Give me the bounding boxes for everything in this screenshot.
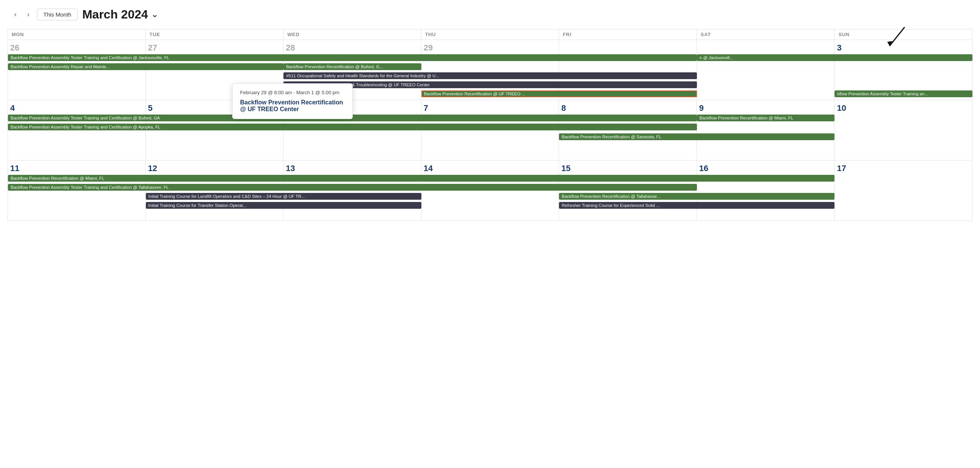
day-number: 14 [424,163,557,173]
event-backflow-apopka[interactable]: Backflow Prevention Assembly Tester Trai… [8,124,697,130]
day-cell-15: 15 [559,160,697,221]
day-number: 15 [561,163,694,173]
day-number: 3 [837,43,970,53]
day-cell-feb26: 26 [8,40,146,100]
day-header-sat: SAT [697,29,835,40]
day-number: 28 [286,43,419,53]
day-header-mon: MON [8,29,146,40]
day-number: 7 [424,103,557,113]
day-number: 8 [561,103,694,113]
day-number: 16 [699,163,832,173]
day-cell-13: 13 [283,160,422,221]
event-backflow-jacksonville[interactable]: Backflow Prevention Assembly Tester Trai… [8,54,697,61]
day-cell-17: 17 [835,160,972,221]
day-headers-row: MON TUE WED THU FRI SAT SUN [8,29,972,40]
day-number: 27 [148,43,281,53]
calendar-container: MON TUE WED THU FRI SAT SUN 26 27 28 29 … [0,29,980,221]
event-backflow-buford[interactable]: Backflow Prevention Recertification @ Bu… [283,63,422,70]
event-511-osha[interactable]: #511 Occupational Safety and Health Stan… [283,72,697,79]
day-number: 17 [837,163,970,173]
day-number: 12 [148,163,281,173]
day-cell-14: 14 [422,160,559,221]
day-header-tue: TUE [146,29,284,40]
week-row-3: 11 12 13 14 15 16 17 Backflow Prevention… [8,160,972,221]
day-cell-9: 9 [697,100,835,160]
day-cell-12: 12 [146,160,284,221]
event-backflow-repair[interactable]: Backflow Prevention Assembly Repair and … [8,63,283,70]
event-backflow-miami-sat[interactable]: Backflow Prevention Recertification @ Mi… [697,114,835,121]
event-backflow-sarasota[interactable]: Backflow Prevention Recertification @ Sa… [559,133,835,140]
month-title-text: March 2024 [82,8,148,21]
tooltip-time: February 29 @ 8:00 am - March 1 @ 5:00 p… [240,90,345,95]
tooltip-event-link[interactable]: Backflow Prevention Recertification @ UF… [240,99,345,113]
event-backflow-uftreeo-highlighted[interactable]: Backflow Prevention Recertification @ UF… [422,90,697,97]
day-header-fri: FRI [559,29,697,40]
event-refresher-solid[interactable]: Refresher Training Course for Experience… [559,202,835,209]
day-cell-4: 4 [8,100,146,160]
event-transfer-station[interactable]: Initial Training Course for Transfer Sta… [146,202,422,209]
event-backflow-miami-w3[interactable]: Backflow Prevention Recertification @ Mi… [8,175,835,182]
day-cell-11: 11 [8,160,146,221]
day-number: 4 [10,103,143,113]
day-cell-mar2 [697,40,835,100]
day-number: 29 [424,43,557,53]
event-tooltip: February 29 @ 8:00 am - March 1 @ 5:00 p… [232,83,353,119]
day-number: 9 [699,103,832,113]
next-month-button[interactable]: › [24,9,32,20]
event-recert-tallahassee[interactable]: Backflow Prevention Recertification @ Ta… [559,193,835,200]
day-number: 13 [286,163,419,173]
day-number: 26 [10,43,143,53]
day-cell-8: 8 [559,100,697,160]
this-month-button[interactable]: This Month [37,9,78,21]
event-backflow-tallahassee-w3[interactable]: Backflow Prevention Assembly Tester Trai… [8,184,697,191]
day-header-thu: THU [422,29,559,40]
week-row-2: 4 5 6 7 8 9 10 Backflow Prevention Assem… [8,100,972,160]
day-cell-7: 7 [422,100,559,160]
chevron-down-icon: ⌄ [151,10,158,20]
prev-month-button[interactable]: ‹ [11,9,20,20]
event-backflow-jacksonville-sat[interactable]: n @ Jacksonvill... [697,54,972,61]
day-header-wed: WED [283,29,422,40]
day-number: 10 [837,103,970,113]
month-title[interactable]: March 2024 ⌄ [82,8,158,21]
day-header-sun: SUN [835,29,972,40]
event-backflow-sun3[interactable]: kflow Prevention Assembly Tester Trainin… [835,90,972,97]
day-cell-10: 10 [835,100,972,160]
calendar-header: ‹ › This Month March 2024 ⌄ [0,0,980,29]
event-landfill-training[interactable]: Initial Training Course for Landfill Ope… [146,193,422,200]
day-number: 11 [10,163,143,173]
week-row-1: 26 27 28 29 3 Backflow Prevention Assemb… [8,40,972,100]
day-cell-16: 16 [697,160,835,221]
